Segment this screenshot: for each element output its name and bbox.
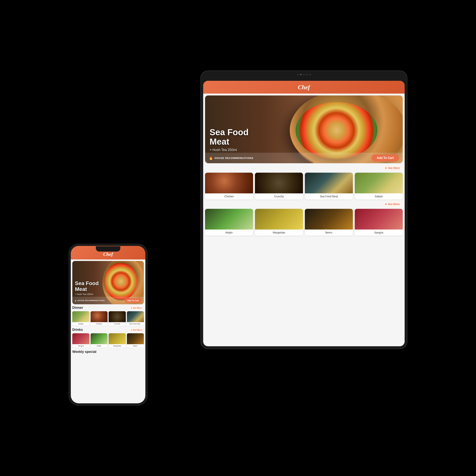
phone-dinner-see-more-button[interactable]: ● See More <box>129 306 144 310</box>
margaritas-label: Margaritas <box>255 230 303 236</box>
phone-salads-image <box>72 311 89 322</box>
sangria-label: Sangria <box>355 230 403 236</box>
camera-dot <box>303 74 305 75</box>
hero-title: Sea FoodMeat <box>210 127 249 147</box>
phone-crunchy-label: Crunchy <box>109 322 126 325</box>
phone-drinks-section-title: Drinks ● See More <box>72 328 144 332</box>
phone-mojito-label: Mojito <box>91 344 108 348</box>
margaritas-image <box>255 209 303 230</box>
phone-food-card-salads[interactable]: Salads <box>72 311 89 325</box>
dinner-food-grid: Chicken Crunchy Sea Food Meat Salads <box>205 173 403 199</box>
phone-dinner-grid: Salads Chicken Crunchy Sea Food Mea... <box>72 311 144 325</box>
phone-hero-footer: 🔥 HOUSE RECOMMENDATIONS Add To Cart <box>72 297 144 304</box>
phone-seafood-label: Sea Food Mea... <box>127 322 144 325</box>
chicken-label: Chicken <box>205 193 253 199</box>
tablet-drinks-section: ● See More Mojito Margaritas <box>203 199 405 236</box>
phone-margaritas-label: Margaritas <box>109 344 126 348</box>
tablet-camera-bar <box>297 74 311 75</box>
phone-drinks-grid: Sangria Mojito Margaritas Beers <box>72 333 144 348</box>
camera-dot <box>309 74 311 75</box>
tablet-device: Chef Sea FoodMeat + Hush Tea 250ml 🔥 HOU… <box>200 70 408 349</box>
scene: Chef Sea FoodMeat + Hush Tea 250ml 🔥 HOU… <box>68 59 408 417</box>
weekly-special-title: Weekly special <box>72 350 144 354</box>
phone-food-card-seafood[interactable]: Sea Food Mea... <box>127 311 144 325</box>
tablet-dinner-section: ● See More Chicken Crunchy Se <box>203 163 405 199</box>
food-card-salads[interactable]: Salads <box>355 173 403 199</box>
phone-drink-card-margaritas[interactable]: Margaritas <box>109 333 126 348</box>
phone-seafood-image <box>127 311 144 322</box>
food-card-sangria[interactable]: Sangria <box>355 209 403 236</box>
drinks-food-grid: Mojito Margaritas Beers Sangria <box>205 209 403 236</box>
food-card-crunchy[interactable]: Crunchy <box>255 173 303 199</box>
dinner-section-header: ● See More <box>205 165 403 171</box>
drinks-section-header: ● See More <box>205 201 403 207</box>
food-card-chicken[interactable]: Chicken <box>205 173 253 199</box>
app-logo: Chef <box>298 84 310 91</box>
see-more-dot-icon: ● <box>131 329 132 331</box>
seafood-image <box>305 173 353 193</box>
see-more-dot-icon: ● <box>131 307 132 309</box>
phone-screen: Chef Sea FoodMeat + Hush Tea 250ml 🔥 HOU… <box>71 246 145 403</box>
phone-beers-label: Beers <box>127 344 144 348</box>
phone-sangria-image <box>72 333 89 344</box>
phone-chicken-image <box>91 311 108 322</box>
see-more-icon: ● <box>385 203 387 206</box>
phone-notch <box>96 246 120 252</box>
mojito-image <box>205 209 253 230</box>
salads-label: Salads <box>355 193 403 199</box>
phone-device: Chef Sea FoodMeat + Hush Tea 250ml 🔥 HOU… <box>68 244 148 406</box>
crunchy-label: Crunchy <box>255 193 303 199</box>
phone-hero-text: Sea FoodMeat + Hush Tea 250ml <box>75 281 99 296</box>
camera-dot <box>297 74 299 75</box>
phone-add-to-cart-button[interactable]: Add To Cart <box>125 298 142 303</box>
hero-footer: 🔥 HOUSE RECOMMENDATIONS Add To Cart <box>205 153 403 163</box>
phone-house-rec-label: 🔥 HOUSE RECOMMENDATIONS <box>75 300 105 302</box>
seafood-label: Sea Food Meat <box>305 193 353 199</box>
food-card-mojito[interactable]: Mojito <box>205 209 253 236</box>
fire-icon: 🔥 <box>75 300 77 302</box>
tablet-header: Chef <box>203 81 405 94</box>
phone-drink-card-beers[interactable]: Beers <box>127 333 144 348</box>
hero-subtitle: + Hush Tea 250ml <box>210 148 249 152</box>
drinks-see-more-button[interactable]: ● See More <box>382 201 403 207</box>
crunchy-image <box>255 173 303 193</box>
fire-icon: 🔥 <box>209 156 213 160</box>
food-card-seafood[interactable]: Sea Food Meat <box>305 173 353 199</box>
phone-hero-banner: Sea FoodMeat + Hush Tea 250ml 🔥 HOUSE RE… <box>72 261 144 304</box>
phone-drink-card-sangria[interactable]: Sangria <box>72 333 89 348</box>
camera-dot <box>306 74 308 75</box>
house-recommendations-label: 🔥 HOUSE RECOMMENDATIONS <box>209 156 254 160</box>
add-to-cart-button[interactable]: Add To Cart <box>372 154 399 162</box>
phone-hero-subtitle: + Hush Tea 250ml <box>75 293 99 296</box>
food-card-beers[interactable]: Beers <box>305 209 353 236</box>
phone-sangria-label: Sangria <box>72 344 89 348</box>
sangria-image <box>355 209 403 230</box>
mojito-label: Mojito <box>205 230 253 236</box>
phone-food-card-chicken[interactable]: Chicken <box>91 311 108 325</box>
phone-food-card-crunchy[interactable]: Crunchy <box>109 311 126 325</box>
dinner-see-more-button[interactable]: ● See More <box>382 165 403 171</box>
phone-beers-image <box>127 333 144 344</box>
tablet-screen: Chef Sea FoodMeat + Hush Tea 250ml 🔥 HOU… <box>203 81 405 346</box>
beers-image <box>305 209 353 230</box>
phone-content: Dinner ● See More Salads Chicken <box>71 304 145 355</box>
phone-margaritas-image <box>109 333 126 344</box>
phone-drink-card-mojito[interactable]: Mojito <box>91 333 108 348</box>
phone-crunchy-image <box>109 311 126 322</box>
phone-app-logo: Chef <box>103 252 113 257</box>
salads-image <box>355 173 403 193</box>
phone-drinks-see-more-button[interactable]: ● See More <box>129 328 144 332</box>
chicken-image <box>205 173 253 193</box>
phone-chicken-label: Chicken <box>91 322 108 325</box>
camera-dot <box>300 74 302 75</box>
phone-salads-label: Salads <box>72 322 89 325</box>
phone-mojito-image <box>91 333 108 344</box>
food-card-margaritas[interactable]: Margaritas <box>255 209 303 236</box>
tablet-hero-banner: Sea FoodMeat + Hush Tea 250ml 🔥 HOUSE RE… <box>205 95 403 163</box>
phone-hero-title: Sea FoodMeat <box>75 281 99 292</box>
beers-label: Beers <box>305 230 353 236</box>
hero-text: Sea FoodMeat + Hush Tea 250ml <box>210 127 249 152</box>
see-more-icon: ● <box>385 166 387 170</box>
phone-dinner-section-title: Dinner ● See More <box>72 306 144 310</box>
